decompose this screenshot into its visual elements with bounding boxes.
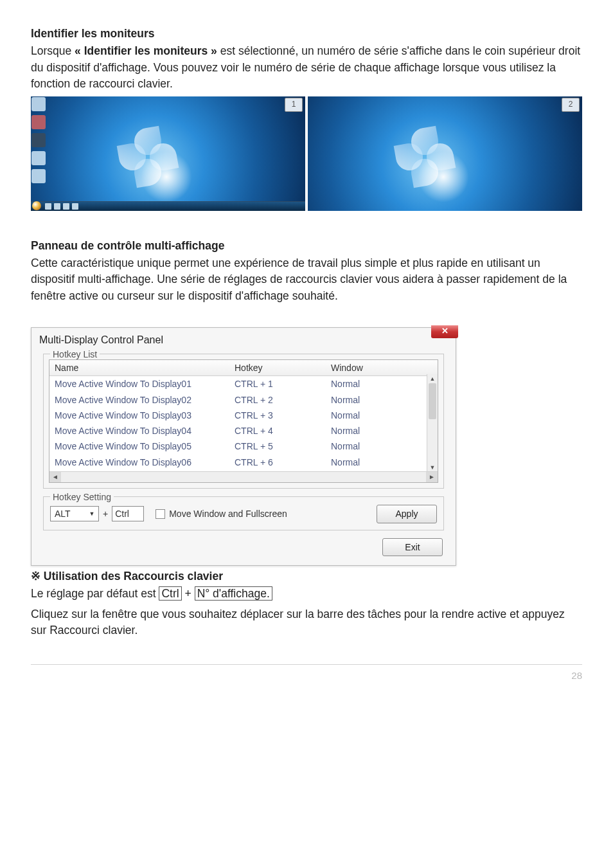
hotkey-setting-fieldset: Hotkey Setting ALT ▼ + Ctrl Move Window … [43, 496, 444, 530]
row-window: Normal [331, 424, 408, 437]
col-name[interactable]: Name [55, 361, 235, 374]
para-identify-monitors: Lorsque « Identifier les moniteurs » est… [31, 43, 582, 92]
row-window: Normal [331, 440, 408, 453]
list-horizontal-scrollbar[interactable]: ◄ ► [49, 471, 438, 482]
monitor-badge-2: 2 [562, 98, 580, 112]
hotkey-setting-legend: Hotkey Setting [50, 491, 114, 503]
hotkey-list-fieldset: Hotkey List Name Hotkey Window Move Acti… [43, 354, 444, 489]
desktop-2: 2 [308, 96, 582, 211]
row-hotkey: CTRL + 1 [235, 377, 331, 390]
fullscreen-checkbox[interactable] [155, 509, 165, 519]
hotkey-list-row[interactable]: Move Active Window To Display06CTRL + 6N… [49, 455, 438, 470]
key-input[interactable]: Ctrl [112, 506, 144, 521]
text-frag: + [182, 587, 195, 600]
row-hotkey: CTRL + 2 [235, 393, 331, 406]
heading-identify-monitors: Identifier les moniteurs [31, 26, 582, 42]
text-frag-bold: « Identifier les moniteurs » [75, 44, 217, 57]
row-name: Move Active Window To Display06 [55, 456, 235, 469]
row-name: Move Active Window To Display04 [55, 424, 235, 437]
fullscreen-checkbox-label: Move Window and Fullscreen [169, 507, 287, 520]
key-input-value: Ctrl [115, 507, 129, 520]
col-hotkey[interactable]: Hotkey [235, 361, 331, 374]
row-name: Move Active Window To Display05 [55, 440, 235, 453]
hotkey-list-row[interactable]: Move Active Window To Display01CTRL + 1N… [49, 376, 438, 392]
heading-control-panel: Panneau de contrôle multi-affichage [31, 238, 582, 254]
row-window: Normal [331, 456, 408, 469]
row-window: Normal [331, 393, 408, 406]
para-default-setting: Le réglage par défaut est Ctrl + N° d'af… [31, 586, 582, 602]
hotkey-listbox[interactable]: Name Hotkey Window Move Active Window To… [49, 359, 438, 483]
row-hotkey: CTRL + 3 [235, 409, 331, 422]
col-window[interactable]: Window [331, 361, 408, 374]
row-hotkey: CTRL + 4 [235, 424, 331, 437]
para-control-panel: Cette caractéristique unique permet une … [31, 255, 582, 304]
row-name: Move Active Window To Display01 [55, 377, 235, 390]
para-click-window: Cliquez sur la fenêtre que vous souhaite… [31, 606, 582, 639]
page-number: 28 [31, 664, 582, 683]
list-vertical-scrollbar[interactable]: ▲ ▼ [427, 374, 438, 472]
multi-display-control-panel-dialog: Multi-Display Control Panel ✕ Hotkey Lis… [31, 327, 456, 566]
hotkey-list-row[interactable]: Move Active Window To Display04CTRL + 4N… [49, 423, 438, 439]
close-button[interactable]: ✕ [431, 325, 458, 338]
chevron-down-icon: ▼ [87, 507, 97, 521]
modifier-combo-value: ALT [55, 507, 71, 520]
row-window: Normal [331, 377, 408, 390]
row-hotkey: CTRL + 5 [235, 440, 331, 453]
row-name: Move Active Window To Display02 [55, 393, 235, 406]
row-name: Move Active Window To Display03 [55, 409, 235, 422]
monitor-badge-1: 1 [285, 98, 303, 112]
hotkey-list-row[interactable]: Move Active Window To Display02CTRL + 2N… [49, 392, 438, 408]
text-frag: Le réglage par défaut est [31, 587, 159, 600]
hotkey-list-row[interactable]: Move Active Window To Display03CTRL + 3N… [49, 408, 438, 423]
identify-monitors-image: 1 2 [31, 96, 582, 211]
plus-label: + [103, 507, 108, 520]
kbd-display-number: N° d'affichage. [195, 586, 272, 601]
hotkey-list-row[interactable]: Move Active Window To Display05CTRL + 5N… [49, 439, 438, 454]
exit-button[interactable]: Exit [382, 538, 443, 556]
text-frag: Lorsque [31, 44, 75, 57]
kbd-ctrl: Ctrl [159, 586, 181, 601]
heading-hotkey-usage: ※ Utilisation des Raccourcis clavier [31, 568, 582, 584]
row-hotkey: CTRL + 6 [235, 456, 331, 469]
desktop-1: 1 [31, 96, 305, 211]
row-window: Normal [331, 409, 408, 422]
modifier-combo[interactable]: ALT ▼ [50, 506, 99, 521]
apply-button[interactable]: Apply [377, 505, 437, 523]
dialog-title: Multi-Display Control Panel [39, 334, 163, 345]
